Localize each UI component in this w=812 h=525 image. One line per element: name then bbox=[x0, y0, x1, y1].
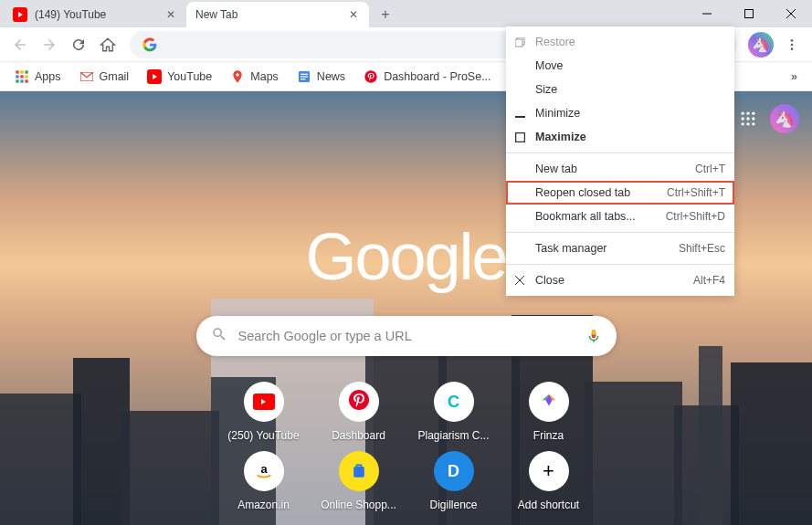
profile-avatar[interactable]: 🦄 bbox=[748, 32, 774, 58]
menu-label: Maximize bbox=[535, 131, 725, 143]
bookmark-news[interactable]: News bbox=[290, 66, 353, 88]
close-icon[interactable]: ✕ bbox=[164, 8, 177, 21]
menu-item-reopen-closed-tab[interactable]: Reopen closed tab Ctrl+Shift+T bbox=[506, 181, 734, 205]
apps-button[interactable]: Apps bbox=[7, 66, 69, 88]
tab-title: New Tab bbox=[195, 8, 347, 21]
shortcut-dashboard[interactable]: Dashboard bbox=[318, 382, 400, 442]
menu-shortcut: Alt+F4 bbox=[693, 274, 725, 287]
shortcut-amazon[interactable]: aAmazon.in bbox=[223, 451, 305, 511]
titlebar: (149) YouTube ✕ New Tab ✕ + bbox=[0, 0, 812, 27]
shortcut-label: Frinza bbox=[533, 429, 564, 442]
svg-rect-20 bbox=[301, 76, 308, 77]
menu-item-size[interactable]: Size bbox=[506, 78, 734, 101]
shortcut-label: Amazon.in bbox=[237, 499, 290, 511]
svg-marker-33 bbox=[545, 394, 552, 406]
menu-label: Restore bbox=[535, 36, 725, 48]
svg-rect-11 bbox=[20, 75, 23, 78]
minimize-icon bbox=[513, 107, 526, 120]
letter-icon: D bbox=[434, 451, 474, 491]
svg-rect-8 bbox=[20, 70, 23, 73]
amazon-icon: a bbox=[244, 451, 284, 491]
menu-shortcut: Ctrl+T bbox=[695, 163, 725, 175]
menu-item-restore: Restore bbox=[506, 30, 734, 54]
menu-label: Task manager bbox=[535, 242, 679, 255]
shortcut-digillence[interactable]: DDigillence bbox=[413, 451, 495, 511]
bookmark-label: Dashboard - ProSe... bbox=[384, 70, 490, 83]
menu-label: New tab bbox=[535, 163, 695, 175]
svg-point-5 bbox=[791, 43, 794, 46]
search-icon bbox=[211, 326, 227, 346]
shortcut-frinza[interactable]: Frinza bbox=[508, 382, 590, 442]
menu-separator bbox=[506, 264, 734, 265]
minimize-button[interactable] bbox=[686, 0, 728, 27]
bookmarks-overflow-button[interactable]: » bbox=[784, 67, 805, 87]
google-icon bbox=[142, 37, 157, 52]
svg-rect-19 bbox=[301, 73, 308, 74]
menu-item-task-manager[interactable]: Task manager Shift+Esc bbox=[506, 236, 734, 260]
svg-rect-37 bbox=[353, 467, 364, 478]
reload-button[interactable] bbox=[64, 30, 93, 59]
menu-item-maximize[interactable]: Maximize bbox=[506, 125, 734, 149]
forward-button[interactable] bbox=[35, 30, 64, 59]
bookmark-maps[interactable]: Maps bbox=[223, 66, 286, 88]
svg-point-17 bbox=[237, 73, 239, 76]
home-button[interactable] bbox=[93, 30, 122, 59]
svg-rect-7 bbox=[16, 70, 18, 73]
shortcut-flipkart[interactable]: Online Shopp... bbox=[318, 451, 400, 511]
bookmark-label: News bbox=[317, 70, 345, 83]
menu-item-move[interactable]: Move bbox=[506, 54, 734, 78]
youtube-icon bbox=[13, 7, 27, 22]
bookmark-dashboard[interactable]: Dashboard - ProSe... bbox=[356, 66, 498, 88]
bookmark-youtube[interactable]: YouTube bbox=[140, 66, 219, 88]
svg-rect-9 bbox=[25, 70, 27, 73]
new-tab-button[interactable]: + bbox=[373, 2, 398, 27]
mic-icon[interactable] bbox=[585, 328, 602, 344]
search-input[interactable] bbox=[238, 329, 585, 343]
svg-rect-15 bbox=[25, 79, 27, 82]
svg-rect-14 bbox=[20, 79, 23, 82]
menu-item-new-tab[interactable]: New tab Ctrl+T bbox=[506, 157, 734, 181]
menu-label: Size bbox=[535, 83, 725, 96]
menu-shortcut: Ctrl+Shift+T bbox=[667, 186, 725, 199]
shortcut-label: (250) YouTube bbox=[227, 429, 299, 442]
menu-shortcut: Shift+Esc bbox=[679, 242, 725, 255]
shortcut-plagiarism[interactable]: CPlagiarism C... bbox=[413, 382, 495, 442]
close-button[interactable] bbox=[770, 0, 812, 27]
svg-point-6 bbox=[791, 47, 794, 50]
menu-label: Minimize bbox=[535, 107, 725, 120]
flipkart-icon bbox=[339, 451, 379, 491]
shortcut-label: Online Shopp... bbox=[321, 499, 396, 511]
search-box[interactable] bbox=[196, 316, 617, 356]
menu-item-bookmark-all-tabs[interactable]: Bookmark all tabs... Ctrl+Shift+D bbox=[506, 205, 734, 228]
menu-item-close[interactable]: Close Alt+F4 bbox=[506, 268, 734, 292]
bookmark-label: Maps bbox=[250, 70, 279, 83]
pinterest-icon bbox=[364, 69, 378, 84]
menu-label: Close bbox=[535, 274, 693, 287]
bookmark-label: YouTube bbox=[167, 70, 212, 83]
shortcut-youtube[interactable]: (250) YouTube bbox=[223, 382, 305, 442]
maximize-icon bbox=[513, 131, 526, 143]
maximize-button[interactable] bbox=[728, 0, 770, 27]
close-icon bbox=[513, 274, 526, 287]
frinza-icon bbox=[529, 382, 569, 422]
shortcut-add[interactable]: +Add shortcut bbox=[508, 451, 590, 511]
back-button[interactable] bbox=[5, 30, 35, 59]
close-icon[interactable]: ✕ bbox=[347, 8, 360, 21]
chrome-menu-button[interactable] bbox=[777, 30, 807, 59]
bookmark-gmail[interactable]: Gmail bbox=[72, 66, 137, 88]
svg-rect-12 bbox=[25, 75, 27, 78]
menu-item-minimize[interactable]: Minimize bbox=[506, 101, 734, 125]
bookmark-label: Gmail bbox=[100, 70, 130, 83]
menu-separator bbox=[506, 152, 734, 153]
pinterest-icon bbox=[348, 389, 370, 415]
tab-strip: (149) YouTube ✕ New Tab ✕ + bbox=[4, 0, 398, 27]
maps-icon bbox=[230, 69, 245, 84]
bookmark-label: Apps bbox=[35, 70, 61, 83]
shortcut-label: Dashboard bbox=[332, 429, 385, 442]
tab-youtube[interactable]: (149) YouTube ✕ bbox=[4, 2, 186, 27]
svg-rect-10 bbox=[16, 75, 18, 78]
svg-rect-1 bbox=[745, 10, 754, 18]
svg-point-4 bbox=[791, 39, 794, 42]
tab-new-tab[interactable]: New Tab ✕ bbox=[186, 2, 369, 27]
svg-rect-21 bbox=[301, 79, 305, 79]
